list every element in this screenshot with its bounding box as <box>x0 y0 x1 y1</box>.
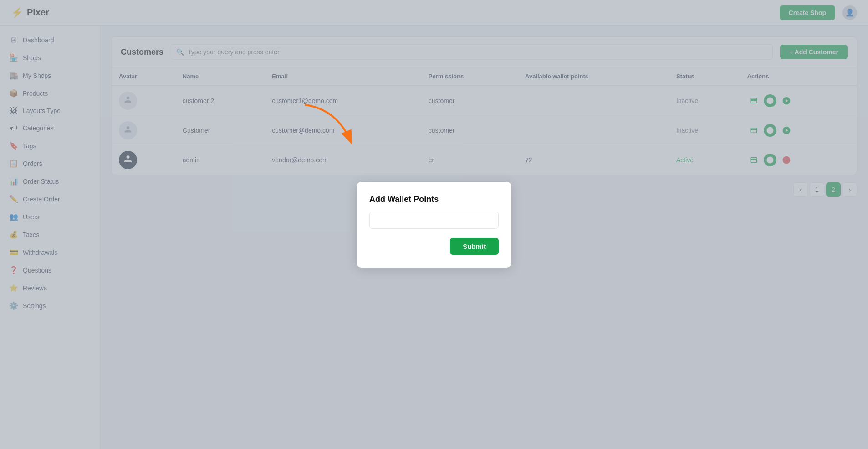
modal-overlay[interactable]: Add Wallet Points Submit <box>0 0 868 449</box>
wallet-points-input[interactable] <box>369 212 499 229</box>
modal-submit-button[interactable]: Submit <box>450 238 499 255</box>
arrow-indicator <box>301 100 364 157</box>
add-wallet-points-modal: Add Wallet Points Submit <box>357 182 511 268</box>
modal-title: Add Wallet Points <box>369 195 499 204</box>
